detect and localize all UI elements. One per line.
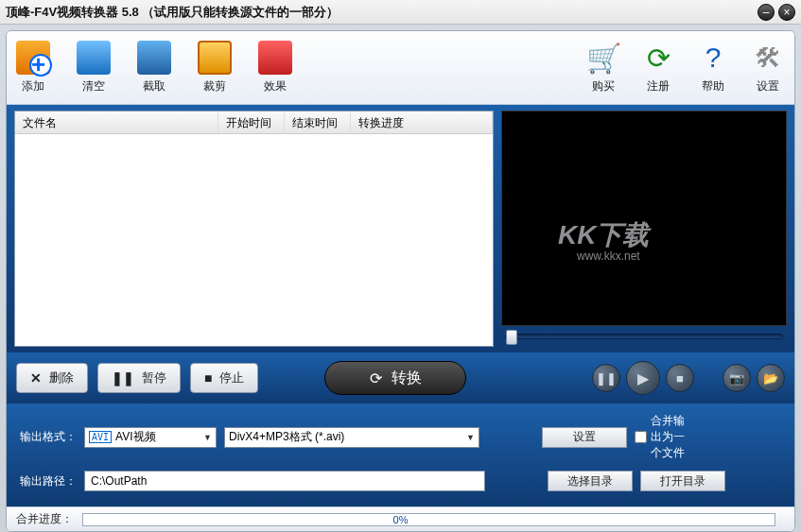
help-icon: ?: [696, 41, 730, 75]
preview-slider[interactable]: [501, 326, 787, 347]
merge-progress-label: 合并进度：: [16, 511, 73, 527]
add-icon: [16, 41, 50, 75]
output-codec-select[interactable]: DivX4+MP3格式 (*.avi) ▼: [224, 427, 479, 448]
output-path-label: 输出路径：: [20, 473, 77, 489]
convert-button[interactable]: ⟳转换: [324, 361, 466, 395]
merge-progress-bar: [82, 513, 775, 526]
preview-panel: [501, 111, 787, 347]
file-list-header: 文件名 开始时间 结束时间 转换进度: [15, 112, 493, 134]
delete-button[interactable]: ✕删除: [16, 363, 88, 393]
avi-icon: AVI: [89, 431, 112, 443]
folder-icon: 📂: [763, 371, 778, 386]
refresh-icon: ⟳: [641, 41, 675, 75]
cart-icon: 🛒: [586, 41, 620, 75]
play-icon: ▶: [637, 369, 649, 387]
col-filename[interactable]: 文件名: [15, 112, 218, 133]
pause-icon: ❚❚: [596, 371, 617, 386]
output-settings: 输出格式： AVIAVI视频 ▼ DivX4+MP3格式 (*.avi) ▼ 设…: [7, 403, 794, 506]
output-format-select[interactable]: AVIAVI视频 ▼: [84, 427, 217, 448]
col-progress[interactable]: 转换进度: [351, 112, 493, 133]
output-format-label: 输出格式：: [20, 429, 77, 445]
register-button[interactable]: ⟳注册: [641, 41, 675, 94]
effects-button[interactable]: 效果: [258, 41, 292, 94]
controls-row: ✕删除 ❚❚暂停 ■停止 ⟳转换 ❚❚ ▶ ■ 📷 📂: [7, 352, 794, 403]
merge-checkbox[interactable]: [635, 431, 647, 443]
main-toolbar: 添加 清空 截取 裁剪 效果 🛒购买 ⟳注册 ?帮助 🛠设置: [7, 31, 794, 105]
titlebar: 顶峰-F4V视频转换器 5.8 （试用版只能转换源文件的一部分） – ×: [0, 0, 801, 25]
merge-checkbox-label[interactable]: 合并输出为一个文件: [635, 413, 691, 461]
merge-progress-percent: 0%: [393, 514, 409, 525]
pause-icon: ❚❚: [112, 370, 134, 386]
tools-icon: 🛠: [751, 41, 785, 75]
x-icon: ✕: [30, 370, 42, 386]
snapshot-button[interactable]: 📷: [723, 364, 751, 392]
clear-icon: [77, 41, 111, 75]
chevron-down-icon: ▼: [203, 433, 212, 442]
minimize-button[interactable]: –: [757, 4, 775, 21]
open-dir-button[interactable]: 打开目录: [640, 471, 725, 491]
slider-track[interactable]: [505, 334, 783, 339]
convert-icon: ⟳: [370, 369, 382, 387]
output-path-input[interactable]: C:\OutPath: [84, 471, 485, 491]
capture-button[interactable]: 截取: [137, 41, 171, 94]
capture-icon: [137, 41, 171, 75]
preview-screen: [501, 111, 787, 326]
effects-icon: [258, 41, 292, 75]
footer: 合并进度： 0%: [7, 506, 794, 531]
stop-icon: ■: [204, 370, 212, 386]
preview-stop-button[interactable]: ■: [666, 364, 694, 392]
close-button[interactable]: ×: [778, 4, 795, 21]
chevron-down-icon: ▼: [466, 433, 475, 442]
crop-icon: [198, 41, 232, 75]
col-endtime[interactable]: 结束时间: [285, 112, 351, 133]
preview-pause-button[interactable]: ❚❚: [592, 364, 620, 392]
help-button[interactable]: ?帮助: [696, 41, 730, 94]
stop-button[interactable]: ■停止: [190, 363, 258, 393]
window-title: 顶峰-F4V视频转换器 5.8 （试用版只能转换源文件的一部分）: [6, 4, 754, 21]
settings-button[interactable]: 🛠设置: [751, 41, 785, 94]
col-starttime[interactable]: 开始时间: [218, 112, 285, 133]
open-folder-button[interactable]: 📂: [757, 364, 785, 392]
preview-play-button[interactable]: ▶: [626, 361, 660, 395]
file-list-body[interactable]: [15, 134, 493, 346]
format-settings-button[interactable]: 设置: [542, 427, 627, 448]
camera-icon: 📷: [729, 371, 744, 386]
slider-thumb[interactable]: [506, 330, 517, 345]
stop-icon: ■: [676, 371, 684, 386]
file-list-panel: 文件名 开始时间 结束时间 转换进度: [14, 111, 494, 347]
buy-button[interactable]: 🛒购买: [586, 41, 620, 94]
clear-button[interactable]: 清空: [77, 41, 111, 94]
pause-button[interactable]: ❚❚暂停: [97, 363, 181, 393]
choose-dir-button[interactable]: 选择目录: [548, 471, 633, 491]
add-button[interactable]: 添加: [16, 41, 50, 94]
crop-button[interactable]: 裁剪: [198, 41, 232, 94]
